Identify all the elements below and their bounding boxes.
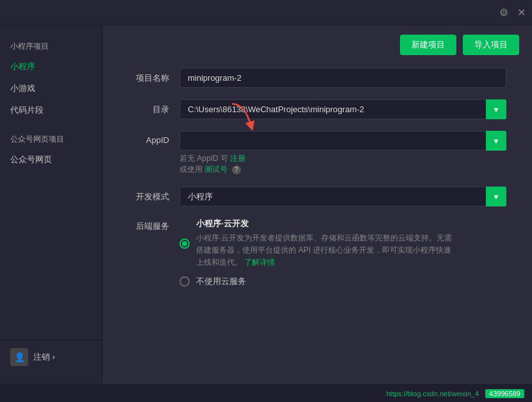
new-project-button[interactable]: 新建项目 xyxy=(400,35,456,55)
watermark-badge: 43996589 xyxy=(485,389,524,398)
learn-more-link[interactable]: 了解详情 xyxy=(244,258,275,267)
title-bar-icons: ⚙ ✕ xyxy=(499,6,526,19)
sidebar-item-minigame[interactable]: 小游戏 xyxy=(0,78,102,99)
form-area: 项目名称 目录 ▼ AppID xyxy=(103,62,532,384)
project-name-row: 项目名称 xyxy=(128,68,506,88)
directory-select-wrap: ▼ xyxy=(179,99,506,119)
sidebar-item-snippet[interactable]: 代码片段 xyxy=(0,99,102,121)
cloud-dev-desc: 小程序·云开发为开发者提供数据库、存储和云函数等完整的云端支持。无需搭建服务器，… xyxy=(196,232,453,269)
status-bar: https://blog.csdn.net/weixin_4 43996589 xyxy=(0,384,532,402)
directory-row: 目录 ▼ xyxy=(128,99,506,119)
no-cloud-option[interactable]: 不使用云服务 xyxy=(179,276,506,287)
appid-select-wrap: ▼ xyxy=(179,131,506,151)
backend-label: 后端服务 xyxy=(128,218,179,232)
sidebar-section2-title: 公众号网页项目 xyxy=(0,129,102,149)
dev-mode-select[interactable]: 小程序 xyxy=(179,187,506,206)
import-project-button[interactable]: 导入项目 xyxy=(463,35,519,55)
cloud-dev-radio[interactable] xyxy=(179,239,190,249)
app-window: ⚙ ✕ 小程序项目 小程序 小游戏 代码片段 公众号网页项目 公众号网页 👤 注… xyxy=(0,0,532,402)
logout-button[interactable]: 注销 › xyxy=(33,351,55,363)
dev-mode-row: 开发模式 小程序 ▼ xyxy=(128,187,506,206)
directory-input[interactable] xyxy=(179,99,506,119)
appid-hint-prefix: 若无 AppID 可 xyxy=(179,154,230,163)
sidebar-bottom: 👤 注销 › xyxy=(0,340,102,374)
radio-group: 小程序·云开发 小程序·云开发为开发者提供数据库、存储和云函数等完整的云端支持。… xyxy=(179,218,506,287)
question-icon[interactable]: ? xyxy=(232,165,241,174)
sidebar: 小程序项目 小程序 小游戏 代码片段 公众号网页项目 公众号网页 👤 注销 › xyxy=(0,26,103,384)
appid-hint: 若无 AppID 可 注册 或使用 测试号 ? xyxy=(179,153,506,175)
title-bar: ⚙ ✕ xyxy=(0,0,532,26)
top-buttons: 新建项目 导入项目 xyxy=(103,26,532,62)
avatar: 👤 xyxy=(10,348,28,366)
backend-row: 后端服务 小程序·云开发 小程序·云开发为开发者提供数据库、存储和云函数等完整的… xyxy=(128,218,506,287)
sidebar-section1-title: 小程序项目 xyxy=(0,36,102,56)
register-link[interactable]: 注册 xyxy=(230,154,245,163)
project-name-label: 项目名称 xyxy=(128,72,179,84)
no-cloud-label: 不使用云服务 xyxy=(196,276,246,287)
appid-section: ▼ 若无 AppID 可 注册 或使用 测试号 ? xyxy=(179,131,506,175)
sidebar-item-webpage[interactable]: 公众号网页 xyxy=(0,149,102,171)
appid-hint-or: 或使用 xyxy=(179,165,204,174)
content-area: 新建项目 导入项目 项目名称 目录 ▼ xyxy=(103,26,532,384)
dev-mode-label: 开发模式 xyxy=(128,191,179,203)
settings-icon[interactable]: ⚙ xyxy=(499,6,508,19)
cloud-dev-title: 小程序·云开发 xyxy=(196,218,453,230)
cloud-dev-option[interactable]: 小程序·云开发 小程序·云开发为开发者提供数据库、存储和云函数等完整的云端支持。… xyxy=(179,218,506,269)
dev-mode-select-wrap: 小程序 ▼ xyxy=(179,187,506,206)
no-cloud-radio[interactable] xyxy=(179,276,190,287)
close-icon[interactable]: ✕ xyxy=(517,6,526,19)
status-bar-url: https://blog.csdn.net/weixin_4 xyxy=(387,390,479,398)
main-layout: 小程序项目 小程序 小游戏 代码片段 公众号网页项目 公众号网页 👤 注销 › … xyxy=(0,26,532,384)
test-id-link[interactable]: 测试号 xyxy=(204,165,228,174)
sidebar-item-miniprogram[interactable]: 小程序 xyxy=(0,56,102,78)
appid-input[interactable] xyxy=(179,131,506,151)
appid-row: AppID ▼ 若无 AppID 可 注册 或使用 测试号 ? xyxy=(128,131,506,175)
cloud-dev-desc-text: 小程序·云开发为开发者提供数据库、存储和云函数等完整的云端支持。无需搭建服务器，… xyxy=(196,233,452,267)
cloud-dev-content: 小程序·云开发 小程序·云开发为开发者提供数据库、存储和云函数等完整的云端支持。… xyxy=(196,218,453,269)
appid-label: AppID xyxy=(128,131,179,145)
project-name-input-wrap xyxy=(179,68,506,88)
project-name-input[interactable] xyxy=(179,68,506,88)
directory-label: 目录 xyxy=(128,104,179,115)
